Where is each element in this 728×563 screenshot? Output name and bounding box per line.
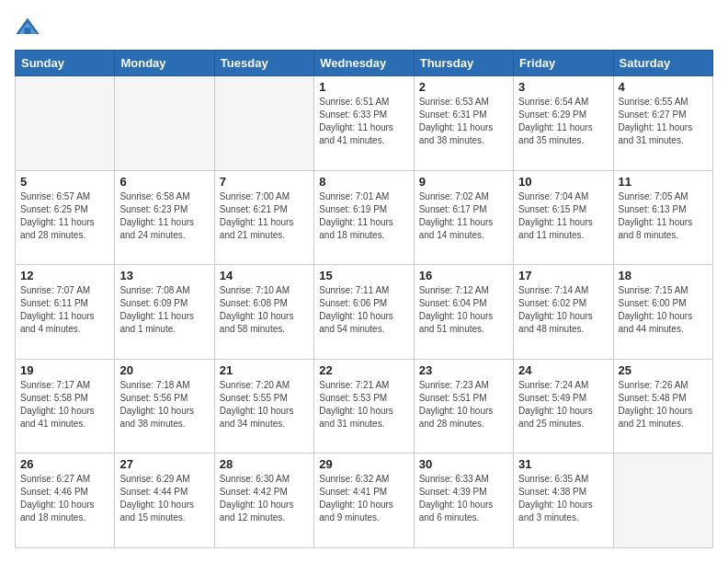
day-info: Sunrise: 7:11 AM Sunset: 6:06 PM Dayligh… <box>319 284 408 336</box>
day-info: Sunrise: 7:04 AM Sunset: 6:15 PM Dayligh… <box>518 190 608 242</box>
day-number: 8 <box>319 175 408 189</box>
weekday-header-row: Sunday Monday Tuesday Wednesday Thursday… <box>16 51 713 76</box>
day-number: 21 <box>220 363 309 377</box>
day-number: 23 <box>419 363 508 377</box>
calendar-cell: 31Sunrise: 6:35 AM Sunset: 4:38 PM Dayli… <box>514 454 613 548</box>
day-info: Sunrise: 6:54 AM Sunset: 6:29 PM Dayligh… <box>518 96 608 147</box>
logo-icon <box>15 15 40 40</box>
day-number: 12 <box>20 269 109 282</box>
day-info: Sunrise: 6:58 AM Sunset: 6:23 PM Dayligh… <box>119 190 209 242</box>
calendar-cell: 2Sunrise: 6:53 AM Sunset: 6:31 PM Daylig… <box>414 76 513 171</box>
calendar-cell: 20Sunrise: 7:18 AM Sunset: 5:56 PM Dayli… <box>115 359 214 454</box>
calendar-cell: 13Sunrise: 7:08 AM Sunset: 6:09 PM Dayli… <box>115 265 214 360</box>
header-tuesday: Tuesday <box>214 51 313 76</box>
day-info: Sunrise: 6:55 AM Sunset: 6:27 PM Dayligh… <box>619 96 708 147</box>
day-number: 7 <box>220 175 309 189</box>
calendar-cell: 7Sunrise: 7:00 AM Sunset: 6:21 PM Daylig… <box>214 170 313 265</box>
calendar-cell: 30Sunrise: 6:33 AM Sunset: 4:39 PM Dayli… <box>414 454 513 548</box>
calendar-cell: 15Sunrise: 7:11 AM Sunset: 6:06 PM Dayli… <box>314 265 414 360</box>
day-number: 27 <box>119 457 209 471</box>
day-number: 30 <box>419 457 508 471</box>
calendar-cell: 21Sunrise: 7:20 AM Sunset: 5:55 PM Dayli… <box>214 359 313 454</box>
header-saturday: Saturday <box>613 51 712 76</box>
calendar-cell: 3Sunrise: 6:54 AM Sunset: 6:29 PM Daylig… <box>514 76 613 171</box>
day-info: Sunrise: 7:20 AM Sunset: 5:55 PM Dayligh… <box>220 379 309 431</box>
calendar-cell: 23Sunrise: 7:23 AM Sunset: 5:51 PM Dayli… <box>414 359 513 454</box>
day-number: 13 <box>119 269 209 282</box>
day-info: Sunrise: 6:32 AM Sunset: 4:41 PM Dayligh… <box>319 473 408 524</box>
day-info: Sunrise: 7:15 AM Sunset: 6:00 PM Dayligh… <box>619 284 708 336</box>
day-number: 25 <box>619 363 708 377</box>
day-info: Sunrise: 7:24 AM Sunset: 5:49 PM Dayligh… <box>518 379 608 431</box>
calendar-cell: 19Sunrise: 7:17 AM Sunset: 5:58 PM Dayli… <box>16 359 115 454</box>
day-number: 11 <box>619 175 708 189</box>
calendar-cell <box>115 76 214 171</box>
header-thursday: Thursday <box>414 51 513 76</box>
day-info: Sunrise: 7:01 AM Sunset: 6:19 PM Dayligh… <box>319 190 408 242</box>
calendar-cell: 24Sunrise: 7:24 AM Sunset: 5:49 PM Dayli… <box>514 359 613 454</box>
day-info: Sunrise: 6:57 AM Sunset: 6:25 PM Dayligh… <box>20 190 109 242</box>
day-info: Sunrise: 7:08 AM Sunset: 6:09 PM Dayligh… <box>119 284 209 336</box>
day-info: Sunrise: 7:17 AM Sunset: 5:58 PM Dayligh… <box>20 379 109 431</box>
calendar-cell: 8Sunrise: 7:01 AM Sunset: 6:19 PM Daylig… <box>314 170 414 265</box>
day-info: Sunrise: 7:12 AM Sunset: 6:04 PM Dayligh… <box>419 284 508 336</box>
day-number: 3 <box>518 80 608 94</box>
calendar-cell: 12Sunrise: 7:07 AM Sunset: 6:11 PM Dayli… <box>16 265 115 360</box>
calendar-cell <box>214 76 313 171</box>
day-info: Sunrise: 6:53 AM Sunset: 6:31 PM Dayligh… <box>419 96 508 147</box>
day-number: 9 <box>419 175 508 189</box>
day-number: 2 <box>419 80 508 94</box>
day-number: 22 <box>319 363 408 377</box>
calendar-cell: 4Sunrise: 6:55 AM Sunset: 6:27 PM Daylig… <box>613 76 712 171</box>
day-info: Sunrise: 6:51 AM Sunset: 6:33 PM Dayligh… <box>319 96 408 147</box>
day-info: Sunrise: 6:35 AM Sunset: 4:38 PM Dayligh… <box>518 473 608 524</box>
header-friday: Friday <box>514 51 613 76</box>
day-info: Sunrise: 7:18 AM Sunset: 5:56 PM Dayligh… <box>119 379 209 431</box>
day-number: 17 <box>518 269 608 282</box>
calendar-cell: 5Sunrise: 6:57 AM Sunset: 6:25 PM Daylig… <box>16 170 115 265</box>
day-info: Sunrise: 6:30 AM Sunset: 4:42 PM Dayligh… <box>220 473 309 524</box>
calendar-cell: 11Sunrise: 7:05 AM Sunset: 6:13 PM Dayli… <box>613 170 712 265</box>
week-row-3: 12Sunrise: 7:07 AM Sunset: 6:11 PM Dayli… <box>16 265 713 360</box>
day-number: 28 <box>220 457 309 471</box>
calendar-cell: 9Sunrise: 7:02 AM Sunset: 6:17 PM Daylig… <box>414 170 513 265</box>
day-info: Sunrise: 7:02 AM Sunset: 6:17 PM Dayligh… <box>419 190 508 242</box>
day-info: Sunrise: 6:33 AM Sunset: 4:39 PM Dayligh… <box>419 473 508 524</box>
day-number: 5 <box>20 175 109 189</box>
calendar-table: Sunday Monday Tuesday Wednesday Thursday… <box>15 50 713 548</box>
svg-rect-2 <box>25 28 31 34</box>
day-number: 20 <box>119 363 209 377</box>
day-info: Sunrise: 6:27 AM Sunset: 4:46 PM Dayligh… <box>20 473 109 524</box>
day-number: 6 <box>119 175 209 189</box>
header-monday: Monday <box>115 51 214 76</box>
week-row-1: 1Sunrise: 6:51 AM Sunset: 6:33 PM Daylig… <box>16 76 713 171</box>
header <box>15 15 713 40</box>
day-number: 4 <box>619 80 708 94</box>
header-wednesday: Wednesday <box>314 51 414 76</box>
calendar-cell: 26Sunrise: 6:27 AM Sunset: 4:46 PM Dayli… <box>16 454 115 548</box>
day-info: Sunrise: 7:07 AM Sunset: 6:11 PM Dayligh… <box>20 284 109 336</box>
day-info: Sunrise: 7:26 AM Sunset: 5:48 PM Dayligh… <box>619 379 708 431</box>
calendar-cell: 6Sunrise: 6:58 AM Sunset: 6:23 PM Daylig… <box>115 170 214 265</box>
calendar-cell <box>16 76 115 171</box>
day-number: 16 <box>419 269 508 282</box>
day-info: Sunrise: 7:21 AM Sunset: 5:53 PM Dayligh… <box>319 379 408 431</box>
week-row-5: 26Sunrise: 6:27 AM Sunset: 4:46 PM Dayli… <box>16 454 713 548</box>
header-sunday: Sunday <box>16 51 115 76</box>
calendar-cell: 27Sunrise: 6:29 AM Sunset: 4:44 PM Dayli… <box>115 454 214 548</box>
calendar-cell: 10Sunrise: 7:04 AM Sunset: 6:15 PM Dayli… <box>514 170 613 265</box>
calendar-cell <box>613 454 712 548</box>
calendar-cell: 28Sunrise: 6:30 AM Sunset: 4:42 PM Dayli… <box>214 454 313 548</box>
day-info: Sunrise: 7:23 AM Sunset: 5:51 PM Dayligh… <box>419 379 508 431</box>
day-info: Sunrise: 7:10 AM Sunset: 6:08 PM Dayligh… <box>220 284 309 336</box>
calendar-cell: 25Sunrise: 7:26 AM Sunset: 5:48 PM Dayli… <box>613 359 712 454</box>
calendar-cell: 17Sunrise: 7:14 AM Sunset: 6:02 PM Dayli… <box>514 265 613 360</box>
week-row-2: 5Sunrise: 6:57 AM Sunset: 6:25 PM Daylig… <box>16 170 713 265</box>
day-info: Sunrise: 7:05 AM Sunset: 6:13 PM Dayligh… <box>619 190 708 242</box>
day-number: 29 <box>319 457 408 471</box>
day-number: 19 <box>20 363 109 377</box>
day-info: Sunrise: 7:00 AM Sunset: 6:21 PM Dayligh… <box>220 190 309 242</box>
page: Sunday Monday Tuesday Wednesday Thursday… <box>0 0 728 563</box>
calendar-cell: 29Sunrise: 6:32 AM Sunset: 4:41 PM Dayli… <box>314 454 414 548</box>
day-info: Sunrise: 6:29 AM Sunset: 4:44 PM Dayligh… <box>119 473 209 524</box>
